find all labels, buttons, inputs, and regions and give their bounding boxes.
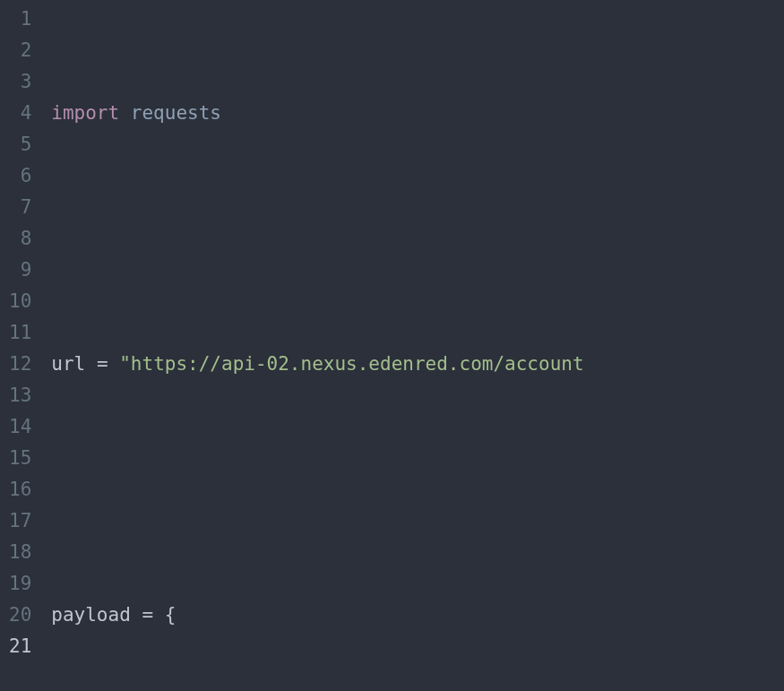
variable: payload	[51, 604, 131, 626]
line-number: 11	[9, 317, 31, 349]
brace: {	[165, 604, 177, 626]
line-number-gutter: 1 2 3 4 5 6 7 8 9 10 11 12 13 14 15 16 1…	[0, 0, 44, 691]
line-number-active: 21	[9, 631, 31, 662]
line-number: 1	[9, 4, 31, 35]
line-number: 20	[9, 600, 31, 631]
line-number: 15	[9, 443, 31, 474]
code-line[interactable]	[51, 474, 784, 505]
line-number: 5	[9, 129, 31, 160]
line-number: 3	[9, 66, 31, 98]
code-line[interactable]	[51, 223, 784, 255]
line-number: 10	[9, 286, 31, 317]
code-line[interactable]: url = "https://api-02.nexus.edenred.com/…	[51, 349, 784, 380]
line-number: 13	[9, 380, 31, 411]
line-number: 4	[9, 98, 31, 129]
variable: url	[51, 353, 85, 375]
line-number: 17	[9, 505, 31, 537]
code-line[interactable]: payload = {	[51, 600, 784, 631]
string-literal: "https://api-02.nexus.edenred.com/accoun…	[119, 353, 583, 375]
line-number: 12	[9, 349, 31, 380]
keyword: import	[51, 102, 119, 124]
operator: =	[142, 604, 153, 626]
line-number: 8	[9, 223, 31, 255]
line-number: 7	[9, 192, 31, 223]
line-number: 6	[9, 160, 31, 192]
code-line[interactable]: import requests	[51, 98, 784, 129]
module-name: requests	[131, 102, 221, 124]
line-number: 2	[9, 35, 31, 66]
code-area[interactable]: import requests url = "https://api-02.ne…	[44, 0, 784, 691]
code-editor[interactable]: 1 2 3 4 5 6 7 8 9 10 11 12 13 14 15 16 1…	[0, 0, 784, 691]
operator: =	[97, 353, 108, 375]
line-number: 9	[9, 255, 31, 286]
line-number: 18	[9, 537, 31, 568]
line-number: 14	[9, 411, 31, 443]
line-number: 16	[9, 474, 31, 505]
line-number: 19	[9, 568, 31, 600]
